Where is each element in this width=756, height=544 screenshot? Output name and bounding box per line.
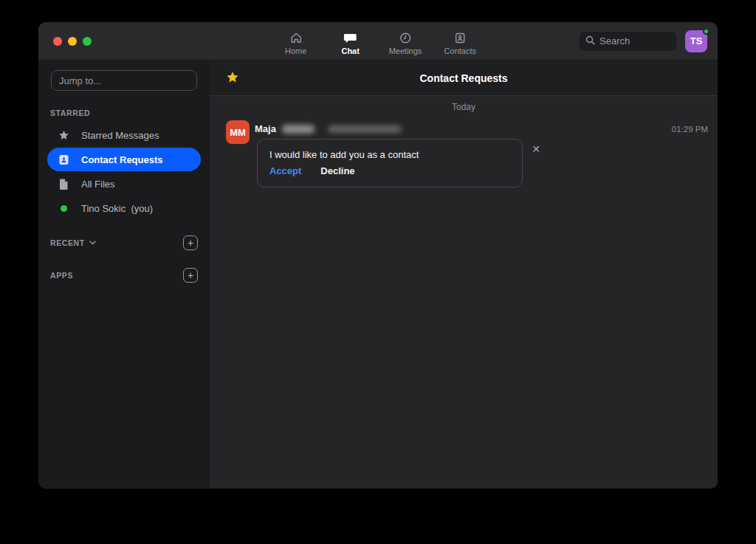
starred-section-header: STARRED: [50, 109, 198, 117]
sidebar-item-label: All Files: [81, 179, 115, 190]
chat-title: Contact Requests: [210, 61, 718, 95]
sidebar-item-all-files[interactable]: All Files: [47, 172, 201, 196]
tab-label: Meetings: [389, 47, 422, 55]
search-box[interactable]: [580, 32, 676, 51]
sender-name: Maja: [255, 123, 276, 134]
decline-button[interactable]: Decline: [320, 165, 354, 176]
apps-section-header[interactable]: APPS: [50, 271, 73, 280]
zoom-app-window: Home Chat Meetings: [38, 22, 718, 489]
recent-section-header[interactable]: RECENT: [50, 238, 96, 247]
search-icon: [585, 35, 595, 48]
add-app-button[interactable]: +: [183, 268, 198, 283]
redacted-last-name: [282, 125, 315, 134]
presence-dot: [703, 28, 709, 35]
tab-label: Chat: [341, 47, 359, 55]
redacted-email: [328, 125, 402, 133]
contact-request-card: I would like to add you as a contact Acc…: [257, 139, 523, 187]
apps-section-row: APPS +: [50, 264, 198, 286]
maximize-window-button[interactable]: [83, 37, 92, 46]
sidebar-item-starred-messages[interactable]: Starred Messages: [47, 123, 201, 147]
tab-chat[interactable]: Chat: [334, 32, 367, 55]
sidebar-item-label: Contact Requests: [81, 154, 163, 165]
user-avatar-initials: TS: [690, 35, 703, 47]
close-window-button[interactable]: [53, 37, 62, 46]
traffic-lights: [53, 37, 92, 46]
file-icon: [56, 179, 71, 190]
sidebar: STARRED Starred Messages Cont: [38, 61, 210, 488]
user-avatar[interactable]: TS: [685, 30, 707, 52]
home-icon: [289, 32, 302, 44]
sidebar-item-label: Tino Sokic (you): [81, 203, 153, 214]
chat-header: Contact Requests: [210, 61, 718, 96]
sidebar-item-contact-requests[interactable]: Contact Requests: [47, 148, 201, 171]
recent-section-row: RECENT +: [50, 232, 198, 254]
star-icon: [56, 130, 71, 141]
tab-meetings[interactable]: Meetings: [389, 32, 422, 55]
contact-card-icon: [56, 154, 71, 165]
sender-avatar[interactable]: MM: [226, 120, 250, 144]
titlebar: Home Chat Meetings: [38, 22, 718, 61]
sidebar-item-self-chat[interactable]: Tino Sokic (you): [47, 196, 201, 220]
chevron-down-icon: [89, 241, 96, 245]
sidebar-item-label: Starred Messages: [81, 130, 159, 141]
chat-icon: [344, 32, 357, 44]
clock-icon: [399, 32, 411, 44]
presence-online-icon: [56, 204, 71, 213]
search-input[interactable]: [599, 35, 670, 47]
chat-body: Today MM Maja 01:29 PM I would like to a…: [210, 96, 718, 488]
chat-panel: Contact Requests Today MM Maja 01:29 PM …: [210, 61, 718, 488]
main-tabs: Home Chat Meetings: [280, 22, 477, 60]
accept-button[interactable]: Accept: [269, 165, 301, 176]
tab-label: Contacts: [444, 47, 476, 55]
add-recent-button[interactable]: +: [183, 235, 198, 250]
sender-avatar-initials: MM: [230, 127, 246, 138]
jump-to-input[interactable]: [51, 70, 197, 91]
minimize-window-button[interactable]: [68, 37, 77, 46]
request-message-text: I would like to add you as a contact: [269, 149, 510, 160]
message-timestamp: 01:29 PM: [672, 125, 708, 134]
tab-home[interactable]: Home: [280, 32, 312, 55]
date-divider: Today: [210, 102, 718, 112]
contact-card-icon: [454, 32, 467, 44]
tab-label: Home: [285, 47, 306, 55]
dismiss-request-button[interactable]: ✕: [529, 142, 543, 156]
sender-name-line: Maja: [255, 123, 402, 134]
tab-contacts[interactable]: Contacts: [444, 32, 476, 55]
